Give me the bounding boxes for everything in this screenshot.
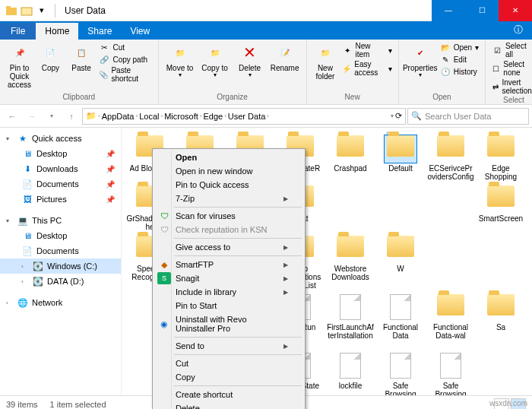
crumb[interactable]: User Data bbox=[228, 112, 266, 121]
ctx-smartftp[interactable]: ◆SmartFTP▶ bbox=[154, 258, 303, 271]
dropdown-icon[interactable]: ▾ bbox=[35, 4, 49, 17]
paste-button[interactable]: 📋Paste bbox=[67, 41, 97, 74]
sidebar-pc-documents[interactable]: 📄Documents bbox=[0, 243, 121, 258]
chevron-right-icon: ▶ bbox=[283, 262, 288, 268]
file-item[interactable]: Sa bbox=[476, 293, 526, 350]
ctx-send-to[interactable]: Send to▶ bbox=[154, 339, 303, 353]
paste-shortcut-button[interactable]: 📎Paste shortcut bbox=[97, 65, 153, 84]
sidebar-documents[interactable]: 📄Documents📌 bbox=[0, 176, 121, 192]
file-item[interactable]: ☑Default bbox=[375, 134, 426, 182]
select-all-icon: ☑ bbox=[492, 45, 502, 55]
ribbon-tabs: File Home Share View ⓘ bbox=[0, 21, 532, 40]
sidebar-pictures[interactable]: 🖼Pictures📌 bbox=[0, 192, 121, 207]
folder-icon: 📁 bbox=[86, 111, 97, 121]
file-item[interactable]: SmartScreen bbox=[476, 184, 526, 233]
tab-home[interactable]: Home bbox=[36, 23, 78, 40]
ctx-7zip[interactable]: 7-Zip▶ bbox=[154, 192, 303, 205]
ctx-copy[interactable]: Copy bbox=[154, 370, 303, 384]
ctx-scan-viruses[interactable]: 🛡Scan for viruses bbox=[154, 209, 303, 223]
copy-button[interactable]: 📄Copy bbox=[36, 41, 65, 74]
group-open-label: Open bbox=[404, 93, 480, 103]
back-button[interactable]: ← bbox=[3, 107, 21, 125]
ctx-pin-start[interactable]: Pin to Start bbox=[154, 299, 303, 312]
ctx-ksn: 🛡Check reputation in KSN bbox=[154, 223, 303, 236]
ctx-open[interactable]: Open bbox=[154, 151, 303, 164]
sidebar-network[interactable]: ›🌐Network bbox=[0, 295, 121, 310]
close-button[interactable]: ✕ bbox=[499, 0, 532, 21]
crumb[interactable]: AppData bbox=[102, 112, 135, 121]
edit-icon: ✎ bbox=[440, 54, 451, 65]
title-bar: ▾ User Data — ☐ ✕ bbox=[0, 0, 532, 21]
desktop-icon: 🖥 bbox=[21, 230, 33, 242]
crumb[interactable]: Microsoft bbox=[164, 112, 198, 121]
search-input[interactable]: 🔍 Search User Data bbox=[407, 108, 529, 125]
ctx-create-shortcut[interactable]: Create shortcut bbox=[154, 388, 303, 401]
drive-icon: 💽 bbox=[32, 275, 44, 287]
copy-path-button[interactable]: 🔗Copy path bbox=[97, 53, 153, 65]
sidebar-this-pc[interactable]: ▾💻This PC bbox=[0, 213, 121, 228]
forward-button[interactable]: → bbox=[23, 107, 41, 125]
ribbon-expand-icon[interactable]: ⓘ bbox=[505, 21, 532, 40]
crumb[interactable]: Edge bbox=[203, 112, 223, 121]
delete-button[interactable]: ✕Delete▾ bbox=[233, 41, 267, 81]
select-none-button[interactable]: ☐Select none bbox=[490, 59, 532, 78]
pictures-icon: 🖼 bbox=[21, 193, 33, 205]
tab-share[interactable]: Share bbox=[78, 23, 121, 40]
move-to-button[interactable]: 📁Move to▾ bbox=[163, 41, 197, 81]
file-item[interactable]: FirstLaunchAfterInstallation bbox=[325, 293, 375, 350]
file-item[interactable]: Safe Browsing Cookies-journal bbox=[426, 351, 476, 395]
sidebar-downloads[interactable]: ⬇Downloads📌 bbox=[0, 161, 121, 176]
file-item[interactable]: Crashpad bbox=[325, 134, 375, 182]
cut-button[interactable]: ✂Cut bbox=[97, 41, 153, 53]
file-item[interactable]: Webstore Downloads bbox=[325, 234, 375, 291]
invert-selection-button[interactable]: ⇄Invert selection bbox=[490, 78, 532, 96]
new-item-button[interactable]: ✦New item ▾ bbox=[340, 41, 393, 59]
select-all-button[interactable]: ☑Select all bbox=[490, 41, 532, 59]
minimize-button[interactable]: — bbox=[432, 0, 465, 21]
file-item[interactable]: lockfile bbox=[325, 351, 375, 395]
recent-button[interactable]: ▾ bbox=[43, 107, 61, 125]
documents-icon: 📄 bbox=[21, 245, 33, 257]
file-item[interactable]: W bbox=[375, 234, 426, 291]
ctx-revo[interactable]: ◉Uninstall with Revo Uninstaller Pro bbox=[154, 312, 303, 335]
file-item[interactable]: Functional Data-wal bbox=[426, 293, 476, 350]
maximize-button[interactable]: ☐ bbox=[465, 0, 499, 21]
file-item[interactable]: Edge Shopping bbox=[476, 134, 526, 182]
easy-access-button[interactable]: ⚡Easy access ▾ bbox=[340, 59, 393, 78]
ctx-pin-quick-access[interactable]: Pin to Quick access bbox=[154, 178, 303, 192]
pin-icon: 📌 bbox=[106, 150, 118, 158]
file-item[interactable]: ECSerivceProvidersConfig bbox=[426, 134, 476, 182]
tab-file[interactable]: File bbox=[0, 23, 36, 40]
ctx-open-new-window[interactable]: Open in new window bbox=[154, 164, 303, 178]
ctx-give-access[interactable]: Give access to▶ bbox=[154, 240, 303, 254]
properties-button[interactable]: ✔Properties▾ bbox=[404, 41, 437, 81]
tab-view[interactable]: View bbox=[121, 23, 159, 40]
crumb[interactable]: Local bbox=[139, 112, 159, 121]
ctx-cut[interactable]: Cut bbox=[154, 357, 303, 370]
copy-to-button[interactable]: 📁Copy to▾ bbox=[198, 41, 232, 81]
pin-quick-access-button[interactable]: 📌Pin to Quick access bbox=[5, 41, 34, 90]
ctx-delete[interactable]: Delete bbox=[154, 401, 303, 409]
breadcrumb[interactable]: 📁 › AppData› Local› Microsoft› Edge› Use… bbox=[82, 108, 406, 125]
sidebar-pc-windows-c[interactable]: ›💽Windows (C:) bbox=[0, 258, 121, 274]
downloads-icon: ⬇ bbox=[21, 163, 33, 175]
ctx-include-library[interactable]: Include in library▶ bbox=[154, 285, 303, 299]
new-folder-button[interactable]: 📁New folder bbox=[312, 41, 340, 82]
open-button[interactable]: 📂Open ▾ bbox=[439, 41, 480, 53]
desktop-icon: 🖥 bbox=[21, 147, 33, 160]
edit-button[interactable]: ✎Edit bbox=[439, 53, 480, 65]
sidebar-pc-data-d[interactable]: ›💽DATA (D:) bbox=[0, 274, 121, 289]
sidebar-pc-desktop[interactable]: 🖥Desktop bbox=[0, 228, 121, 243]
history-button[interactable]: 🕐History bbox=[439, 65, 480, 78]
svg-rect-2 bbox=[21, 8, 32, 15]
file-item[interactable]: Safe Browsing Cookies bbox=[375, 351, 426, 395]
sidebar-desktop[interactable]: 🖥Desktop📌 bbox=[0, 146, 121, 161]
group-organize-label: Organize bbox=[163, 93, 302, 103]
up-button[interactable]: ↑ bbox=[62, 107, 81, 125]
sidebar-quick-access[interactable]: ▾★Quick access bbox=[0, 131, 121, 146]
rename-button[interactable]: 📝Rename bbox=[268, 41, 302, 74]
refresh-button[interactable]: ⟳ bbox=[395, 111, 402, 121]
file-item[interactable]: Functional Data bbox=[375, 293, 426, 350]
ctx-snagit[interactable]: SSnagit▶ bbox=[154, 271, 303, 285]
search-icon: 🔍 bbox=[411, 111, 422, 121]
